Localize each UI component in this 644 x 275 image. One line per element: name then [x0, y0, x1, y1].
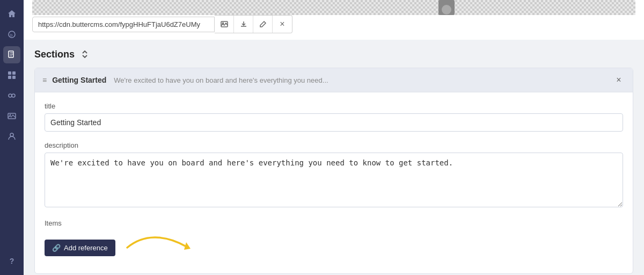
- title-field-group: title: [45, 102, 623, 132]
- svg-point-8: [12, 94, 15, 97]
- svg-point-11: [10, 133, 13, 136]
- link-icon: 🔗: [52, 244, 61, 252]
- description-label: description: [45, 141, 623, 149]
- sidebar-item-home[interactable]: [3, 5, 20, 23]
- image-preview: [32, 0, 635, 15]
- sidebar-item-collections[interactable]: [3, 87, 20, 104]
- section-card-title: Getting Started: [52, 76, 106, 84]
- section-card-body: title description Items 🔗 Add reference: [35, 92, 633, 273]
- sidebar-item-blog[interactable]: b: [3, 26, 20, 43]
- title-input[interactable]: [45, 113, 623, 132]
- sidebar-item-components[interactable]: [3, 67, 20, 84]
- svg-point-10: [10, 114, 11, 116]
- drag-handle-icon[interactable]: ≡: [42, 76, 47, 84]
- section-card-header: ≡ Getting Started We're excited to have …: [35, 68, 633, 92]
- svg-text:b: b: [10, 33, 13, 38]
- sections-toggle[interactable]: [79, 48, 91, 60]
- sidebar-item-help[interactable]: ?: [3, 252, 20, 270]
- svg-rect-5: [8, 76, 11, 79]
- section-card-close-button[interactable]: ×: [612, 74, 625, 86]
- url-row: ×: [32, 15, 635, 33]
- image-url-input[interactable]: [32, 17, 215, 32]
- remove-button[interactable]: ×: [273, 16, 292, 33]
- image-url-area: ×: [24, 0, 644, 40]
- sections-title: Sections: [34, 49, 75, 60]
- svg-rect-3: [8, 71, 11, 75]
- avatar-preview: [438, 0, 455, 15]
- items-label: Items: [45, 219, 623, 227]
- help-icon: ?: [10, 257, 14, 265]
- arrow-annotation: [122, 231, 218, 264]
- svg-rect-6: [12, 76, 16, 79]
- sidebar-item-media[interactable]: [3, 107, 20, 125]
- items-area: Items 🔗 Add reference: [45, 219, 623, 264]
- sections-header: Sections: [34, 48, 633, 60]
- add-reference-button[interactable]: 🔗 Add reference: [45, 240, 115, 256]
- url-actions: ×: [215, 15, 292, 33]
- image-preview-button[interactable]: [215, 16, 234, 33]
- title-label: title: [45, 102, 623, 110]
- section-card: ≡ Getting Started We're excited to have …: [34, 68, 633, 274]
- description-field-group: description: [45, 141, 623, 209]
- avatar-shape: [442, 5, 451, 15]
- svg-rect-4: [12, 71, 16, 75]
- download-button[interactable]: [234, 16, 253, 33]
- sidebar-item-team[interactable]: [3, 128, 20, 145]
- content-wrapper: Sections ≡ Getting Started We're excited…: [24, 40, 644, 275]
- main-content: × Sections ≡ Getting Started We're excit…: [24, 0, 644, 275]
- section-card-preview: We're excited to have you on board and h…: [114, 76, 328, 84]
- sidebar-item-pages[interactable]: [3, 46, 20, 63]
- add-reference-label: Add reference: [64, 244, 108, 252]
- edit-button[interactable]: [253, 16, 273, 33]
- sidebar: b ?: [0, 0, 24, 275]
- description-textarea[interactable]: [45, 153, 623, 207]
- svg-point-7: [9, 94, 12, 97]
